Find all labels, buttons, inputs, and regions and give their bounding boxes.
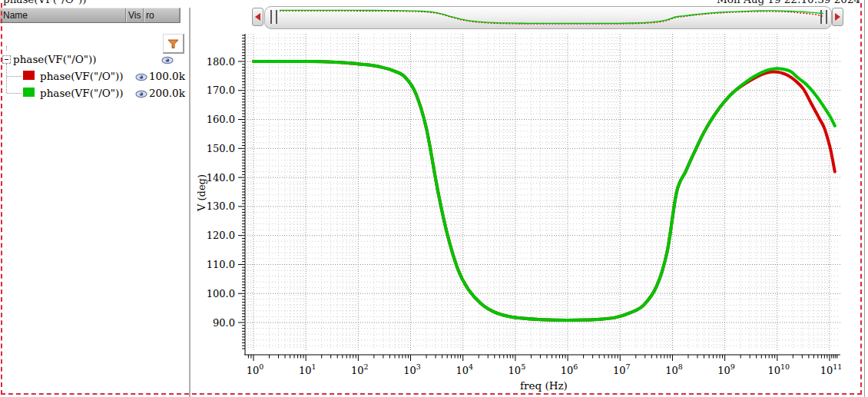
eye-glyph [135,90,147,98]
signal-label: phase(VF("/O")) [40,87,124,99]
y-axis-ticks [238,35,245,349]
column-header-ro[interactable]: ro [146,10,154,21]
x-tick-label: 104 [456,362,473,376]
y-tick-label: 90.0 [213,317,235,329]
signal-group-row[interactable]: phase(VF("/O")) [0,51,189,68]
header-timestamp-clipped: Mon Aug 19 22:10:39 2024 1 [717,0,868,5]
scroll-left-arrow-icon [255,13,260,21]
tree-collapse-icon[interactable] [2,55,11,64]
x-tick-label: 107 [613,362,631,376]
overview-scroll-right-button[interactable] [832,8,843,26]
y-tick-label: 140.0 [207,172,235,184]
y-tick-label: 180.0 [207,56,235,68]
eye-glyph [161,56,174,65]
ro-value: 100.0k [149,70,185,82]
x-tick-label: 1011 [820,362,843,376]
x-axis-ticks [248,355,837,361]
signal-label: phase(VF("/O")) [40,70,124,82]
signal-row-100k[interactable]: phase(VF("/O")) 100.0k [0,68,189,84]
panel-divider[interactable] [189,8,190,397]
funnel-icon [167,38,180,50]
x-tick-label: 103 [403,362,421,376]
y-tick-label: 150.0 [207,143,235,154]
y-tick-label: 100.0 [207,288,235,299]
x-axis-title: freq (Hz) [520,379,568,392]
plot-grid-minor [247,34,840,350]
column-separator[interactable] [143,8,144,22]
y-tick-label: 120.0 [207,230,235,241]
visibility-eye-icon[interactable] [135,89,147,98]
window-right-edge [864,0,865,397]
column-header-vis[interactable]: Vis [128,10,141,21]
column-separator[interactable] [125,8,126,22]
y-axis-title: V (deg) [196,174,207,212]
axes [244,34,840,355]
column-header-name[interactable]: Name [3,10,28,21]
axis-tick-labels: 180.0170.0160.0150.0140.0130.0120.0110.0… [207,56,843,377]
y-tick-label: 170.0 [207,84,235,96]
trace-color-swatch-red[interactable] [23,71,35,80]
signal-group-label: phase(VF("/O")) [13,53,97,65]
scroll-right-arrow-icon [835,13,840,21]
x-tick-label: 108 [665,362,683,376]
signal-row-200k[interactable]: phase(VF("/O")) 200.0k [0,84,189,101]
y-tick-label: 160.0 [207,114,235,125]
x-tick-label: 102 [351,362,369,376]
ro-value: 200.0k [149,87,185,99]
overview-left-grip[interactable] [270,10,277,24]
signal-table-header: Name Vis ro [0,8,181,23]
overview-right-grip[interactable] [820,10,827,24]
y-tick-label: 110.0 [207,259,235,270]
trace-green-200k[interactable] [253,61,835,320]
x-tick-label: 100 [247,362,264,376]
x-tick-label: 1010 [767,362,790,376]
overview-strip-track[interactable] [264,6,832,29]
visibility-eye-icon[interactable] [135,72,147,81]
y-tick-label: 130.0 [207,200,235,212]
x-tick-label: 106 [561,362,578,376]
overview-scroll-left-button[interactable] [252,8,263,26]
trace-color-swatch-green[interactable] [23,88,35,97]
x-tick-label: 105 [509,362,526,376]
plot-grid-major [247,34,840,350]
visibility-eye-icon[interactable] [161,55,174,64]
x-tick-label: 101 [299,362,316,376]
trace-curves [253,61,835,320]
trace-red-100k[interactable] [253,61,835,320]
signal-list-panel: Name Vis ro phase(VF("/O")) [0,0,189,397]
eye-glyph [135,73,147,81]
x-tick-label: 109 [717,362,735,376]
viva-graph-window: phase(VF("/O")) Mon Aug 19 22:10:39 2024… [0,0,868,397]
